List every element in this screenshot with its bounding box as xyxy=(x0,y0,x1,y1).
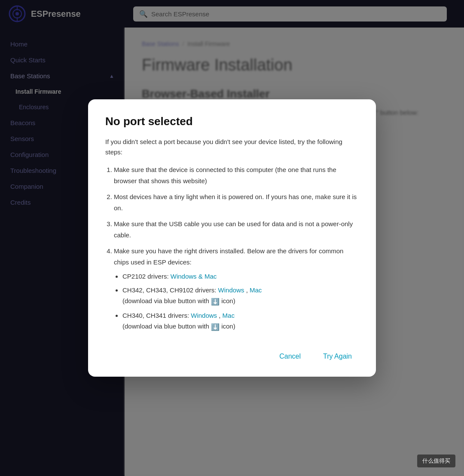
ch342-windows-link[interactable]: Windows xyxy=(218,286,244,294)
ch342-suffix: (download via blue button with xyxy=(122,297,211,304)
driver-cp2102: CP2102 drivers: Windows & Mac xyxy=(122,271,359,282)
dialog-step-4: Make sure you have the right drivers ins… xyxy=(114,246,359,333)
dialog-drivers-list: CP2102 drivers: Windows & Mac CH342, CH3… xyxy=(122,271,359,333)
cancel-button[interactable]: Cancel xyxy=(272,349,308,364)
ch340-mac-link[interactable]: Mac xyxy=(223,312,235,319)
dialog-footer: Cancel Try Again xyxy=(105,345,359,364)
dialog-steps-list: Make sure that the device is connected t… xyxy=(114,164,359,333)
driver-ch340: CH340, CH341 drivers: Windows , Mac (dow… xyxy=(122,310,359,333)
dialog-step-1: Make sure that the device is connected t… xyxy=(114,164,359,186)
overlay-backdrop: No port selected If you didn't select a … xyxy=(0,0,464,476)
ch340-suffix: (download via blue button with xyxy=(122,322,211,330)
dialog-intro: If you didn't select a port because you … xyxy=(105,137,359,157)
dialog-step-2: Most devices have a tiny light when it i… xyxy=(114,191,359,213)
driver-ch342: CH342, CH343, CH9102 drivers: Windows , … xyxy=(122,285,359,307)
cloud-download-icon-1: ⬇️ xyxy=(211,296,220,307)
watermark: 什么值得买 xyxy=(417,455,455,467)
cloud-download-icon-2: ⬇️ xyxy=(211,321,220,333)
ch340-windows-link[interactable]: Windows xyxy=(191,312,217,319)
ch342-mac-link[interactable]: Mac xyxy=(250,286,262,294)
dialog-step-3: Make sure that the USB cable you use can… xyxy=(114,218,359,240)
cp2102-windows-mac-link[interactable]: Windows & Mac xyxy=(171,273,217,280)
dialog: No port selected If you didn't select a … xyxy=(88,99,376,377)
dialog-title: No port selected xyxy=(105,115,359,128)
try-again-button[interactable]: Try Again xyxy=(316,349,359,364)
